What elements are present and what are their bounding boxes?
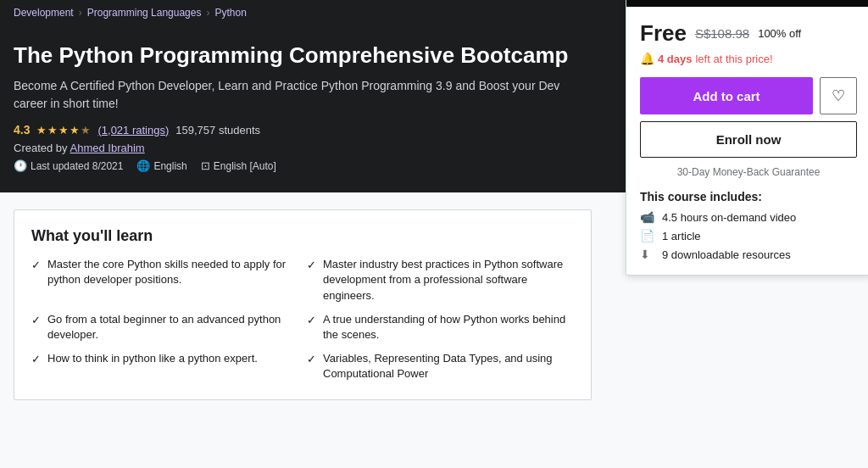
video-icon: 📹 (640, 210, 655, 224)
star-4: ★ (70, 124, 80, 136)
star-3: ★ (58, 124, 69, 136)
globe-icon: 🌐 (136, 159, 150, 172)
learn-text-2: How to think in python like a python exp… (47, 351, 258, 366)
breadcrumb-python[interactable]: Python (214, 7, 246, 19)
learn-item-5: ✓ Variables, Representing Data Types, an… (307, 351, 574, 382)
wishlist-button[interactable]: ♡ (820, 77, 857, 114)
cc-icon: ⊡ (201, 159, 210, 172)
sidebar-body: Free S$108.98 100% off 🔔 4 days left at … (626, 7, 868, 275)
meta-updated: 🕐 Last updated 8/2021 (14, 159, 123, 172)
bottom-section: What you'll learn ✓ Master the core Pyth… (0, 192, 868, 413)
breadcrumb-development[interactable]: Development (14, 7, 74, 19)
price-original: S$108.98 (695, 26, 749, 41)
btn-row: Add to cart ♡ (640, 77, 857, 114)
article-icon: 📄 (640, 229, 655, 242)
check-icon-4: ✓ (307, 313, 316, 328)
learn-item-2: ✓ How to think in python like a python e… (31, 351, 298, 382)
learn-title: What you'll learn (31, 227, 574, 245)
check-icon-3: ✓ (307, 258, 316, 273)
creator-link[interactable]: Ahmed Ibrahim (70, 142, 145, 154)
star-1: ★ (36, 124, 47, 136)
enroll-button[interactable]: Enroll now (640, 121, 857, 158)
bottom-left: What you'll learn ✓ Master the core Pyth… (14, 192, 592, 413)
learn-text-0: Master the core Python skills needed to … (47, 257, 298, 287)
creator-label: Created by (14, 142, 68, 154)
rating-score: 4.3 (14, 123, 30, 136)
download-icon: ⬇ (640, 248, 655, 261)
breadcrumb-sep2: › (206, 7, 209, 19)
alarm-icon: 🔔 (640, 52, 654, 65)
learn-item-4: ✓ A true understanding of how Python wor… (307, 312, 574, 343)
check-icon-1: ✓ (31, 313, 41, 328)
price-discount: 100% off (758, 27, 801, 40)
heart-icon: ♡ (832, 86, 845, 105)
includes-item-1: 📄 1 article (640, 229, 857, 242)
course-preview[interactable]: Preview this course (626, 0, 868, 7)
page-wrapper: Development › Programming Languages › Py… (0, 0, 868, 414)
course-title: The Python Programming Comprehensive Boo… (14, 42, 580, 69)
meta-language-text: English (153, 160, 186, 172)
learn-text-1: Go from a total beginner to an advanced … (47, 312, 298, 343)
students-count: 159,757 students (175, 124, 260, 136)
sidebar: Preview this course Free S$108.98 100% o… (609, 40, 854, 413)
timer-suffix: left at this price! (695, 53, 772, 65)
price-row: Free S$108.98 100% off (640, 20, 857, 47)
includes-item-0: 📹 4.5 hours on-demand video (640, 210, 857, 224)
learn-text-4: A true understanding of how Python works… (323, 312, 574, 343)
includes-item-2: ⬇ 9 downloadable resources (640, 248, 857, 261)
course-subtitle: Become A Certified Python Developer, Lea… (14, 77, 580, 113)
includes-title: This course includes: (640, 190, 857, 203)
meta-updated-text: Last updated 8/2021 (31, 160, 123, 172)
learn-text-5: Variables, Representing Data Types, and … (323, 351, 574, 382)
check-icon-0: ✓ (31, 258, 41, 273)
learn-item-3: ✓ Master industry best practices in Pyth… (307, 257, 574, 304)
learn-item-0: ✓ Master the core Python skills needed t… (31, 257, 298, 304)
hero-inner: The Python Programming Comprehensive Boo… (0, 25, 593, 192)
breadcrumb-sep1: › (79, 7, 82, 19)
includes-text-1: 1 article (662, 230, 701, 242)
rating-row: 4.3 ★ ★ ★ ★ ★ (1,021 ratings) 159,757 st… (14, 123, 580, 136)
includes-section: This course includes: 📹 4.5 hours on-dem… (640, 190, 857, 261)
preview-label: Preview this course (626, 0, 868, 7)
learn-text-3: Master industry best practices in Python… (323, 257, 574, 304)
rating-count[interactable]: (1,021 ratings) (97, 124, 169, 136)
creator-row: Created by Ahmed Ibrahim (14, 142, 580, 154)
includes-text-2: 9 downloadable resources (662, 248, 791, 261)
star-2: ★ (47, 124, 58, 136)
guarantee-text: 30-Day Money-Back Guarantee (640, 166, 857, 178)
meta-language: 🌐 English (136, 159, 186, 172)
star-half: ★ (81, 124, 91, 136)
star-rating: ★ ★ ★ ★ ★ (36, 124, 91, 136)
timer-days: 4 days (658, 53, 692, 65)
learn-item-1: ✓ Go from a total beginner to an advance… (31, 312, 298, 343)
sidebar-card: Preview this course Free S$108.98 100% o… (626, 0, 868, 276)
includes-list: 📹 4.5 hours on-demand video 📄 1 article … (640, 210, 857, 261)
clock-icon: 🕐 (14, 159, 27, 172)
meta-row: 🕐 Last updated 8/2021 🌐 English ⊡ Englis… (14, 159, 580, 172)
timer-row: 🔔 4 days left at this price! (640, 52, 857, 65)
add-to-cart-button[interactable]: Add to cart (640, 77, 813, 114)
meta-cc: ⊡ English [Auto] (201, 159, 276, 172)
meta-cc-text: English [Auto] (214, 160, 276, 172)
breadcrumb-languages[interactable]: Programming Languages (87, 7, 202, 19)
learn-grid: ✓ Master the core Python skills needed t… (31, 257, 574, 382)
includes-text-0: 4.5 hours on-demand video (662, 211, 796, 224)
learn-box: What you'll learn ✓ Master the core Pyth… (14, 209, 592, 399)
check-icon-5: ✓ (307, 352, 316, 367)
check-icon-2: ✓ (31, 352, 41, 367)
price-free: Free (640, 20, 687, 47)
